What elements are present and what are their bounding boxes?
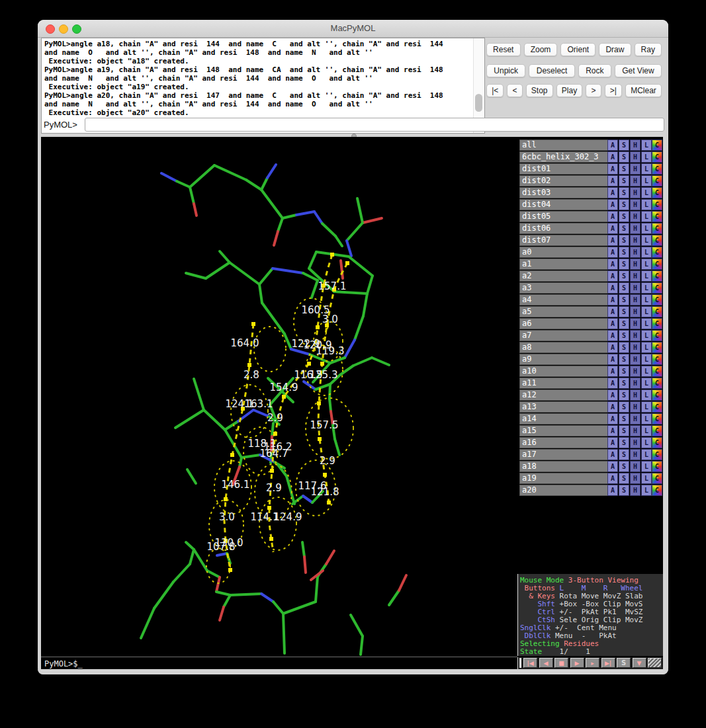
object-name[interactable]: a6: [519, 318, 609, 329]
l-action-button[interactable]: L: [641, 366, 652, 377]
frame-prev-button[interactable]: <: [507, 84, 522, 97]
object-name[interactable]: a10: [519, 366, 609, 377]
a-action-button[interactable]: A: [607, 294, 618, 305]
c-action-button[interactable]: C: [652, 151, 662, 163]
h-action-button[interactable]: H: [630, 413, 640, 425]
l-action-button[interactable]: L: [641, 330, 652, 341]
rewind-button[interactable]: |◀: [523, 658, 537, 668]
s-action-button[interactable]: S: [619, 485, 629, 496]
s-action-button[interactable]: S: [619, 342, 629, 353]
s-action-button[interactable]: S: [619, 413, 629, 425]
l-action-button[interactable]: L: [641, 449, 652, 460]
h-action-button[interactable]: H: [630, 282, 640, 294]
play-button[interactable]: ▶: [570, 658, 584, 668]
c-action-button[interactable]: C: [652, 211, 662, 222]
l-action-button[interactable]: L: [641, 140, 652, 151]
h-action-button[interactable]: H: [630, 473, 640, 484]
state-button[interactable]: S: [617, 658, 631, 668]
a-action-button[interactable]: A: [607, 330, 618, 341]
h-action-button[interactable]: H: [630, 401, 640, 413]
a-action-button[interactable]: A: [607, 199, 618, 210]
h-action-button[interactable]: H: [630, 389, 640, 401]
object-name[interactable]: dist04: [519, 199, 609, 210]
object-name[interactable]: all: [519, 140, 609, 151]
title-bar[interactable]: MacPyMOL: [38, 20, 668, 38]
a-action-button[interactable]: A: [607, 389, 618, 401]
a-action-button[interactable]: A: [607, 259, 618, 270]
s-action-button[interactable]: S: [619, 318, 629, 329]
menu-dropdown-button[interactable]: ▼: [633, 658, 646, 668]
s-action-button[interactable]: S: [619, 461, 629, 472]
s-action-button[interactable]: S: [619, 187, 629, 198]
frame-next-button[interactable]: >: [586, 84, 601, 97]
h-action-button[interactable]: H: [630, 163, 640, 175]
a-action-button[interactable]: A: [607, 425, 618, 436]
a-action-button[interactable]: A: [607, 211, 618, 222]
h-action-button[interactable]: H: [630, 318, 640, 329]
reset-button[interactable]: Reset: [486, 43, 521, 56]
orient-button[interactable]: Orient: [560, 43, 596, 56]
s-action-button[interactable]: S: [619, 211, 629, 222]
h-action-button[interactable]: H: [630, 366, 640, 377]
h-action-button[interactable]: H: [630, 354, 640, 365]
object-name[interactable]: a18: [519, 461, 609, 472]
draw-button[interactable]: Draw: [599, 43, 631, 56]
c-action-button[interactable]: C: [652, 140, 662, 151]
h-action-button[interactable]: H: [630, 461, 640, 472]
a-action-button[interactable]: A: [607, 378, 618, 389]
a-action-button[interactable]: A: [607, 140, 618, 151]
l-action-button[interactable]: L: [641, 342, 652, 353]
object-name[interactable]: a1: [519, 259, 609, 270]
c-action-button[interactable]: C: [652, 401, 662, 413]
l-action-button[interactable]: L: [641, 378, 652, 389]
object-name[interactable]: dist02: [519, 175, 609, 186]
h-action-button[interactable]: H: [630, 199, 640, 210]
l-action-button[interactable]: L: [641, 282, 652, 294]
viewport-canvas[interactable]: 157.1160.53.0164.0122.9120.9119.32.8116.…: [41, 137, 517, 669]
object-name[interactable]: a14: [519, 413, 609, 425]
s-action-button[interactable]: S: [619, 366, 629, 377]
a-action-button[interactable]: A: [607, 437, 618, 448]
a-action-button[interactable]: A: [607, 473, 618, 484]
object-name[interactable]: dist05: [519, 211, 609, 222]
l-action-button[interactable]: L: [641, 473, 652, 484]
s-action-button[interactable]: S: [619, 437, 629, 448]
s-action-button[interactable]: S: [619, 473, 629, 484]
a-action-button[interactable]: A: [607, 247, 618, 258]
object-name[interactable]: a13: [519, 401, 609, 413]
l-action-button[interactable]: L: [641, 294, 652, 305]
a-action-button[interactable]: A: [607, 413, 618, 425]
c-action-button[interactable]: C: [652, 449, 662, 460]
resize-grip[interactable]: [648, 658, 662, 668]
fast-forward-button[interactable]: ▶|: [601, 658, 615, 668]
play-button[interactable]: Play: [556, 84, 583, 97]
s-action-button[interactable]: S: [619, 175, 629, 186]
c-action-button[interactable]: C: [652, 259, 662, 270]
s-action-button[interactable]: S: [619, 163, 629, 175]
ray-button[interactable]: Ray: [635, 43, 662, 56]
object-name[interactable]: a11: [519, 378, 609, 389]
object-name[interactable]: a20: [519, 485, 609, 496]
zoom-button[interactable]: Zoom: [524, 43, 558, 56]
a-action-button[interactable]: A: [607, 461, 618, 472]
frame-first-button[interactable]: |<: [486, 84, 504, 97]
a-action-button[interactable]: A: [607, 151, 618, 163]
unpick-button[interactable]: Unpick: [486, 64, 525, 77]
s-action-button[interactable]: S: [619, 282, 629, 294]
s-action-button[interactable]: S: [619, 389, 629, 401]
scrollbar-thumb[interactable]: [475, 94, 482, 112]
c-action-button[interactable]: C: [652, 199, 662, 210]
s-action-button[interactable]: S: [619, 151, 629, 163]
object-name[interactable]: dist07: [519, 235, 609, 246]
object-name[interactable]: dist03: [519, 187, 609, 198]
a-action-button[interactable]: A: [607, 485, 618, 496]
object-name[interactable]: a12: [519, 389, 609, 401]
h-action-button[interactable]: H: [630, 270, 640, 282]
frame-last-button[interactable]: >|: [605, 84, 622, 97]
c-action-button[interactable]: C: [652, 389, 662, 401]
stop-button[interactable]: ■: [554, 658, 568, 668]
s-action-button[interactable]: S: [619, 425, 629, 436]
h-action-button[interactable]: H: [630, 235, 640, 246]
stop-button[interactable]: Stop: [526, 84, 553, 97]
l-action-button[interactable]: L: [641, 151, 652, 163]
